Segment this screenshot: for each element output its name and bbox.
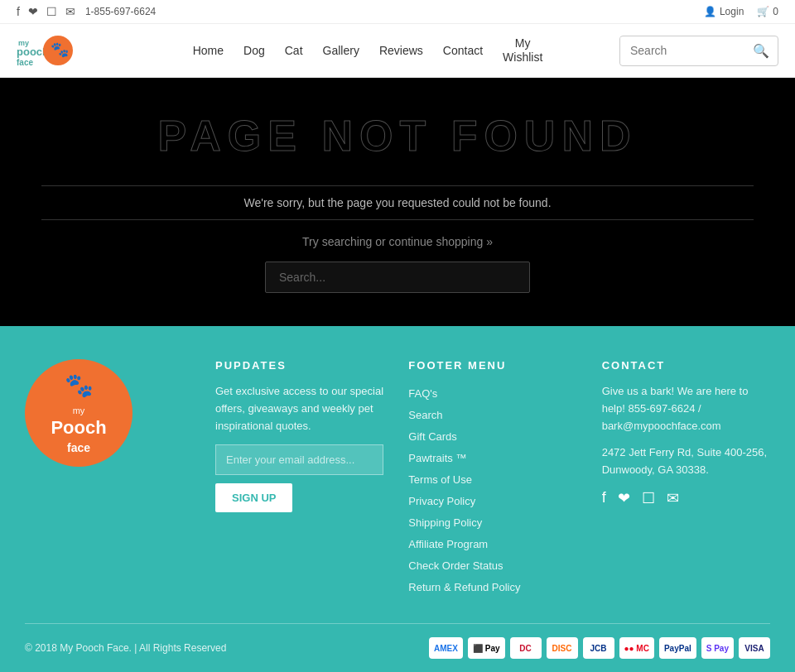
- email-icon[interactable]: ✉: [65, 5, 75, 18]
- paw-icon: 🐾: [65, 371, 94, 401]
- nav-gallery[interactable]: Gallery: [323, 44, 359, 57]
- payment-shopify: S Pay: [701, 637, 734, 659]
- footer-logo-col: 🐾 my Pooch face: [25, 359, 190, 598]
- phone-number[interactable]: 1-855-697-6624: [85, 6, 156, 17]
- payment-mastercard: ●● MC: [619, 637, 654, 659]
- search-input[interactable]: [620, 37, 744, 64]
- footer-pupdates-col: PUPDATES Get exclusive access to our spe…: [215, 359, 383, 598]
- nav-cat[interactable]: Cat: [285, 44, 303, 57]
- footer-logo-pooch: Pooch: [51, 416, 106, 440]
- social-icons: f ❤ ☐ ✉: [17, 5, 75, 18]
- cart-link[interactable]: 🛒 0: [757, 6, 778, 17]
- svg-text:face: face: [17, 58, 33, 67]
- signup-button[interactable]: SIGN UP: [215, 483, 292, 512]
- payment-diners: DC: [510, 637, 542, 659]
- main-search-input[interactable]: [265, 262, 530, 293]
- logo-svg: my pooch face 🐾: [17, 32, 116, 69]
- footer-social: f ❤ ☐ ✉: [602, 489, 770, 507]
- payment-visa: VISA: [739, 637, 770, 659]
- pinterest-icon[interactable]: ❤: [28, 5, 38, 18]
- footer-pinterest-icon[interactable]: ❤: [618, 489, 630, 507]
- copyright-text: © 2018 My Pooch Face. | All Rights Reser…: [25, 642, 226, 654]
- footer: 🐾 my Pooch face PUPDATES Get exclusive a…: [0, 326, 795, 672]
- payment-amex: AMEX: [429, 637, 463, 659]
- header: my pooch face 🐾 Home Dog Cat Gallery Rev…: [0, 24, 795, 78]
- login-label: Login: [720, 6, 744, 17]
- payment-paypal: PayPal: [659, 637, 696, 659]
- pupdates-text: Get exclusive access to our special offe…: [215, 383, 383, 434]
- nav-reviews[interactable]: Reviews: [379, 44, 423, 57]
- footer-instagram-icon[interactable]: ☐: [642, 489, 655, 507]
- footer-link-search[interactable]: Search: [408, 405, 576, 426]
- sorry-text: We're sorry, but the page you requested …: [41, 185, 754, 220]
- try-searching-text: Try searching or continue shopping »: [302, 235, 493, 248]
- footer-link-orders[interactable]: Check Order Status: [408, 555, 576, 577]
- contact-help-text: Give us a bark! We are here to help! 855…: [602, 383, 770, 434]
- nav-home[interactable]: Home: [193, 44, 224, 57]
- footer-facebook-icon[interactable]: f: [602, 489, 606, 507]
- page-not-found-title: PAGE NOT FOUND: [157, 111, 637, 161]
- footer-logo-my: my: [73, 405, 85, 416]
- logo[interactable]: my pooch face 🐾: [17, 32, 116, 69]
- footer-menu-title: FOOTER MENU: [408, 359, 576, 372]
- pupdates-title: PUPDATES: [215, 359, 383, 372]
- main-nav: Home Dog Cat Gallery Reviews Contact MyW…: [193, 36, 543, 65]
- top-bar-left: f ❤ ☐ ✉ 1-855-697-6624: [17, 5, 156, 18]
- footer-email-icon[interactable]: ✉: [667, 489, 679, 507]
- footer-logo-circle: 🐾 my Pooch face: [25, 359, 132, 467]
- top-bar: f ❤ ☐ ✉ 1-855-697-6624 👤 Login 🛒 0: [0, 0, 795, 24]
- contact-address: 2472 Jett Ferry Rd, Suite 400-256, Dunwo…: [602, 444, 770, 479]
- instagram-icon[interactable]: ☐: [46, 5, 57, 18]
- footer-logo-face: face: [67, 440, 90, 455]
- footer-link-faqs[interactable]: FAQ's: [408, 383, 576, 405]
- nav-dog[interactable]: Dog: [243, 44, 265, 57]
- footer-link-pawtraits[interactable]: Pawtraits ™: [408, 448, 576, 469]
- footer-bottom: © 2018 My Pooch Face. | All Rights Reser…: [25, 623, 770, 659]
- login-link[interactable]: 👤 Login: [704, 6, 744, 17]
- footer-link-giftcards[interactable]: Gift Cards: [408, 426, 576, 448]
- svg-text:🐾: 🐾: [51, 41, 70, 59]
- search-button[interactable]: 🔍: [744, 36, 778, 65]
- contact-title: CONTACT: [602, 359, 770, 372]
- main-content: PAGE NOT FOUND We're sorry, but the page…: [0, 78, 795, 326]
- payment-discover: DISC: [547, 637, 578, 659]
- footer-link-affiliate[interactable]: Affiliate Program: [408, 534, 576, 555]
- top-bar-right: 👤 Login 🛒 0: [704, 6, 778, 17]
- payment-icons: AMEX ⬛ Pay DC DISC JCB ●● MC PayPal S Pa…: [429, 637, 770, 659]
- footer-link-shipping[interactable]: Shipping Policy: [408, 512, 576, 534]
- facebook-icon[interactable]: f: [17, 5, 20, 18]
- search-box: 🔍: [619, 36, 778, 66]
- user-icon: 👤: [704, 6, 716, 17]
- footer-link-terms[interactable]: Terms of Use: [408, 469, 576, 491]
- payment-apple-pay: ⬛ Pay: [468, 637, 505, 659]
- footer-contact-col: CONTACT Give us a bark! We are here to h…: [602, 359, 770, 598]
- footer-top: 🐾 my Pooch face PUPDATES Get exclusive a…: [25, 359, 770, 598]
- nav-contact[interactable]: Contact: [443, 44, 483, 57]
- payment-jcb: JCB: [583, 637, 614, 659]
- footer-link-privacy[interactable]: Privacy Policy: [408, 491, 576, 512]
- cart-count: 0: [773, 6, 778, 17]
- footer-menu-col: FOOTER MENU FAQ's Search Gift Cards Pawt…: [408, 359, 576, 598]
- cart-icon: 🛒: [757, 6, 769, 17]
- nav-wishlist[interactable]: MyWishlist: [503, 36, 542, 65]
- footer-link-returns[interactable]: Return & Refund Policy: [408, 577, 576, 598]
- email-input[interactable]: [215, 444, 383, 475]
